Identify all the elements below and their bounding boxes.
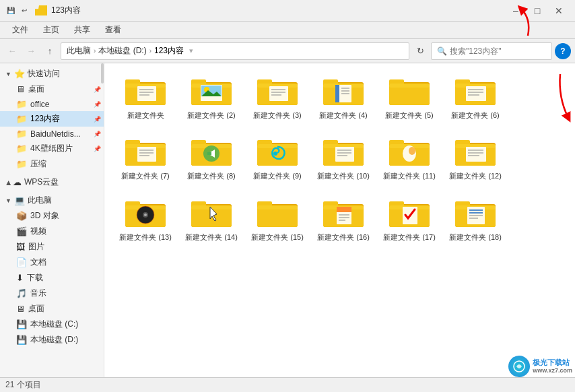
folder-icon-wrap bbox=[190, 73, 233, 108]
undo-icon[interactable]: ↩ bbox=[19, 5, 30, 16]
video-icon: 🎬 bbox=[16, 226, 27, 236]
sidebar-item-desktop[interactable]: 🖥 桌面 📌 bbox=[0, 81, 104, 97]
wps-header[interactable]: ▶ ☁ WPS云盘 bbox=[0, 174, 104, 190]
refresh-button[interactable]: ↻ bbox=[412, 43, 428, 59]
folder-item[interactable]: 新建文件夹 (2) bbox=[181, 69, 242, 124]
sidebar-pictures-label: 图片 bbox=[28, 241, 44, 253]
back-button[interactable]: ← bbox=[4, 43, 20, 59]
minimize-button[interactable]: – bbox=[505, 0, 527, 22]
folder-label: 新建文件夹 (2) bbox=[187, 110, 236, 120]
folder-icon-wrap bbox=[454, 195, 497, 230]
menu-view[interactable]: 查看 bbox=[98, 22, 128, 38]
up-button[interactable]: ↑ bbox=[42, 43, 58, 59]
quick-access-header[interactable]: ▼ ⭐ 快速访问 bbox=[0, 66, 104, 81]
folder-item[interactable]: 新建文件夹 (7) bbox=[115, 129, 176, 185]
sidebar-item-123-label: 123内容 bbox=[30, 113, 60, 125]
folder-icon-wrap bbox=[322, 73, 365, 108]
folder-item[interactable]: 新建文件夹 bbox=[115, 69, 176, 124]
svg-rect-103 bbox=[257, 205, 298, 209]
status-bar: 21 个项目 bbox=[0, 377, 575, 392]
folder-item[interactable]: 新建文件夹 (17) bbox=[379, 191, 440, 246]
folder-icon-wrap bbox=[256, 73, 299, 108]
svg-rect-20 bbox=[269, 86, 288, 101]
search-icon: 🔍 bbox=[437, 46, 447, 56]
path-current[interactable]: 123内容 bbox=[154, 45, 184, 57]
this-pc-header[interactable]: ▼ 💻 此电脑 bbox=[0, 193, 104, 208]
folder-icon-wrap bbox=[124, 73, 167, 108]
folder-label: 新建文件夹 (18) bbox=[449, 232, 502, 242]
address-path[interactable]: 此电脑 › 本地磁盘 (D:) › 123内容 ▾ bbox=[61, 42, 409, 60]
folder-label: 新建文件夹 (15) bbox=[251, 232, 304, 242]
menu-file[interactable]: 文件 bbox=[5, 22, 35, 38]
save-icon[interactable]: 💾 bbox=[5, 5, 16, 16]
sidebar-music[interactable]: 🎵 音乐 bbox=[0, 286, 104, 301]
sidebar-item-office[interactable]: 📁 office 📌 bbox=[0, 97, 104, 111]
sidebar-item-compress[interactable]: 📁 压缩 bbox=[0, 156, 104, 172]
sidebar-pictures[interactable]: 🖼 图片 bbox=[0, 239, 104, 255]
folder-item[interactable]: 新建文件夹 (6) bbox=[445, 69, 506, 124]
sidebar-item-4k[interactable]: 📁 4K壁纸图片 📌 bbox=[0, 141, 104, 156]
sidebar-item-baidu[interactable]: 📁 BaiduNetdis... 📌 bbox=[0, 127, 104, 141]
folder-item[interactable]: 新建文件夹 (11) bbox=[379, 129, 440, 185]
window-title: 123内容 bbox=[51, 5, 505, 16]
folder-item[interactable]: 新建文件夹 (3) bbox=[247, 69, 308, 124]
folder-item[interactable]: 新建文件夹 (5) bbox=[379, 69, 440, 124]
watermark: 极光下载站 www.xz7.com bbox=[508, 356, 572, 377]
svg-point-64 bbox=[273, 152, 277, 156]
quick-access-label: 快速访问 bbox=[28, 68, 60, 79]
folder-item[interactable]: 新建文件夹 (8) bbox=[181, 129, 242, 185]
folder-label: 新建文件夹 (17) bbox=[383, 232, 436, 242]
search-box[interactable]: 🔍 bbox=[431, 42, 552, 60]
sidebar-drive-d[interactable]: 💾 本地磁盘 (D:) bbox=[0, 332, 104, 348]
this-pc-label: 此电脑 bbox=[28, 195, 52, 206]
close-button[interactable]: ✕ bbox=[548, 0, 570, 22]
svg-point-93 bbox=[144, 214, 147, 216]
folder-item[interactable]: 新建文件夹 (4) bbox=[313, 69, 374, 124]
sidebar-item-123[interactable]: 📁 123内容 📌 bbox=[0, 111, 104, 127]
music-icon: 🎵 bbox=[16, 288, 27, 298]
sidebar-desktop2-label: 桌面 bbox=[28, 303, 44, 315]
title-bar-quick-icons[interactable]: 💾 ↩ bbox=[5, 5, 30, 16]
sidebar-desktop2[interactable]: 🖥 桌面 bbox=[0, 301, 104, 317]
maximize-button[interactable]: □ bbox=[527, 0, 548, 22]
sidebar-video[interactable]: 🎬 视频 bbox=[0, 224, 104, 239]
menu-bar: 文件 主页 共享 查看 bbox=[0, 22, 575, 39]
folder-item[interactable]: 新建文件夹 (18) bbox=[445, 191, 506, 246]
path-this-pc[interactable]: 此电脑 bbox=[67, 45, 91, 57]
path-drive[interactable]: 本地磁盘 (D:) bbox=[98, 45, 146, 57]
wps-label: WPS云盘 bbox=[24, 176, 59, 188]
sidebar-item-compress-label: 压缩 bbox=[30, 158, 46, 170]
window-controls[interactable]: – □ ✕ bbox=[505, 0, 570, 22]
path-dropdown-icon[interactable]: ▾ bbox=[189, 46, 193, 55]
quick-access-chevron: ▼ bbox=[5, 71, 11, 77]
folder-label: 新建文件夹 (12) bbox=[449, 171, 502, 181]
help-button[interactable]: ? bbox=[555, 43, 571, 59]
svg-rect-29 bbox=[335, 85, 339, 102]
menu-share[interactable]: 共享 bbox=[67, 22, 97, 38]
sidebar-downloads[interactable]: ⬇ 下载 bbox=[0, 270, 104, 286]
folder-icon-wrap bbox=[124, 133, 167, 168]
3d-icon: 📦 bbox=[16, 211, 27, 221]
folder-item[interactable]: 新建文件夹 (10) bbox=[313, 129, 374, 185]
folder-item[interactable]: 新建文件夹 (16) bbox=[313, 191, 374, 246]
drive-c-icon: 💾 bbox=[16, 319, 27, 329]
sidebar-drive-c[interactable]: 💾 本地磁盘 (C:) bbox=[0, 317, 104, 332]
folder-label: 新建文件夹 (3) bbox=[253, 110, 302, 120]
menu-home[interactable]: 主页 bbox=[36, 22, 66, 38]
folder-item[interactable]: 新建文件夹 (14) bbox=[181, 191, 242, 246]
sidebar-documents[interactable]: 📄 文档 bbox=[0, 255, 104, 270]
item-count: 21 个项目 bbox=[5, 379, 41, 391]
folder-label: 新建文件夹 (4) bbox=[319, 110, 368, 120]
svg-rect-109 bbox=[337, 207, 351, 212]
folder-item[interactable]: 新建文件夹 (13) bbox=[115, 191, 176, 246]
folder-item[interactable]: 新建文件夹 (9) bbox=[247, 129, 308, 185]
sidebar-3d[interactable]: 📦 3D 对象 bbox=[0, 208, 104, 224]
search-input[interactable] bbox=[450, 46, 544, 56]
quick-access-star-icon: ⭐ bbox=[14, 69, 25, 79]
folder-icon-wrap bbox=[454, 73, 497, 108]
folder-icon-wrap bbox=[388, 195, 431, 230]
4k-folder-icon: 📁 bbox=[16, 143, 27, 154]
folder-item[interactable]: 新建文件夹 (12) bbox=[445, 129, 506, 185]
forward-button[interactable]: → bbox=[23, 43, 39, 59]
folder-item[interactable]: 新建文件夹 (15) bbox=[247, 191, 308, 246]
